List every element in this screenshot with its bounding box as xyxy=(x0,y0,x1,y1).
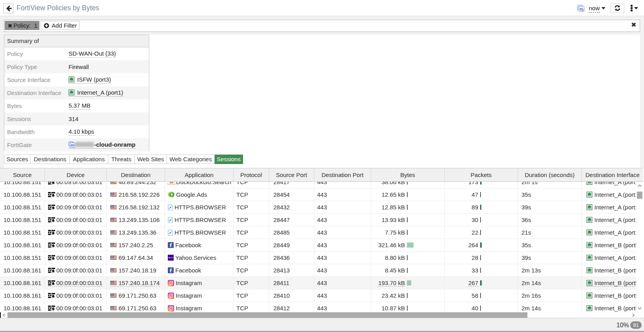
svg-text:YAHOO!: YAHOO! xyxy=(168,257,174,259)
